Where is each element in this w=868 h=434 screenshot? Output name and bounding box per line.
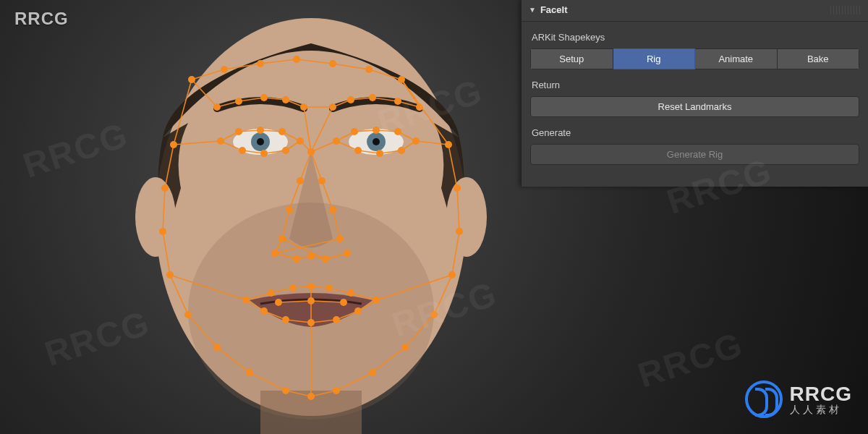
landmark-dot[interactable] [318, 177, 326, 184]
landmark-dot[interactable] [268, 289, 275, 297]
landmark-dot[interactable] [161, 184, 169, 192]
landmark-dot[interactable] [297, 137, 304, 145]
landmark-dot[interactable] [401, 344, 409, 351]
tab-bake[interactable]: Bake [778, 48, 860, 69]
landmark-dot[interactable] [166, 271, 174, 278]
landmark-dot[interactable] [300, 103, 307, 111]
landmark-dot[interactable] [275, 299, 282, 306]
landmark-dot[interactable] [326, 284, 333, 292]
landmark-dot[interactable] [373, 127, 380, 134]
landmark-dot[interactable] [333, 137, 340, 145]
landmark-dot[interactable] [329, 103, 336, 111]
landmark-dot[interactable] [416, 103, 423, 111]
landmark-dot[interactable] [246, 369, 253, 376]
landmark-edge [260, 59, 297, 64]
landmark-dot[interactable] [454, 184, 461, 192]
landmark-dot[interactable] [344, 250, 351, 257]
panel-header[interactable]: ▼ FaceIt [522, 0, 868, 22]
brand-label: RRCG [14, 9, 69, 29]
landmark-dot[interactable] [282, 316, 289, 323]
landmark-dot[interactable] [170, 141, 177, 148]
landmark-dot[interactable] [448, 271, 456, 278]
landmark-dot[interactable] [184, 311, 192, 318]
landmark-dot[interactable] [322, 255, 329, 263]
landmark-dot[interactable] [398, 147, 405, 154]
landmark-dot[interactable] [394, 128, 401, 135]
landmark-dot[interactable] [333, 316, 340, 323]
landmark-dot[interactable] [369, 94, 376, 101]
panel-grip-icon[interactable] [830, 6, 861, 14]
landmark-edge [286, 391, 311, 396]
landmark-dot[interactable] [445, 141, 452, 148]
landmark-dot[interactable] [282, 387, 289, 394]
landmark-dot[interactable] [271, 250, 278, 257]
landmark-dot[interactable] [412, 137, 420, 145]
landmark-dot[interactable] [282, 147, 289, 154]
landmark-dot[interactable] [278, 128, 286, 135]
landmark-edge [336, 373, 373, 391]
landmark-dot[interactable] [394, 98, 401, 105]
landmark-dot[interactable] [260, 94, 268, 101]
landmark-edge [300, 152, 311, 181]
landmark-dot[interactable] [347, 289, 354, 297]
landmark-dot[interactable] [456, 228, 463, 235]
landmark-dot[interactable] [333, 387, 340, 394]
landmark-dot[interactable] [354, 307, 362, 315]
landmark-dot[interactable] [340, 299, 347, 306]
landmark-dot[interactable] [329, 60, 336, 67]
landmark-dot[interactable] [369, 369, 376, 376]
landmark-dot[interactable] [293, 56, 300, 63]
landmark-edge [192, 69, 224, 80]
landmark-dot[interactable] [307, 283, 315, 290]
landmark-dot[interactable] [235, 98, 242, 105]
landmark-dot[interactable] [329, 206, 336, 213]
landmark-edge [351, 293, 376, 300]
landmark-dot[interactable] [365, 66, 373, 73]
reset-landmarks-button[interactable]: Reset Landmarks [530, 96, 859, 117]
landmark-dot[interactable] [213, 344, 221, 351]
landmark-dot[interactable] [307, 393, 315, 400]
landmark-dot[interactable] [235, 128, 242, 135]
landmark-dot[interactable] [289, 284, 297, 292]
landmark-dot[interactable] [217, 137, 224, 145]
landmark-dot[interactable] [354, 147, 362, 154]
landmark-dot[interactable] [257, 60, 264, 67]
landmark-dot[interactable] [159, 228, 166, 235]
collapse-triangle-icon[interactable]: ▼ [529, 6, 536, 14]
landmark-edge [289, 181, 300, 210]
landmark-dot[interactable] [307, 297, 315, 305]
landmark-dot[interactable] [347, 96, 354, 103]
landmark-dot[interactable] [297, 177, 304, 184]
landmark-dot[interactable] [221, 66, 228, 73]
landmark-dot[interactable] [213, 103, 221, 111]
landmark-dot[interactable] [282, 96, 289, 103]
landmark-dot[interactable] [307, 148, 315, 156]
landmark-dot[interactable] [188, 76, 195, 83]
landmark-dot[interactable] [373, 297, 380, 304]
landmark-dot[interactable] [398, 76, 405, 83]
landmark-dot[interactable] [307, 252, 315, 260]
landmark-edge [217, 347, 250, 373]
landmark-dot[interactable] [242, 297, 250, 304]
landmark-dot[interactable] [278, 235, 286, 242]
landmark-dot[interactable] [376, 150, 383, 157]
tab-setup[interactable]: Setup [530, 48, 613, 69]
landmark-dot[interactable] [293, 255, 300, 263]
landmark-dot[interactable] [239, 147, 246, 154]
landmark-dot[interactable] [260, 150, 268, 157]
faceit-panel: ▼ FaceIt ARKit Shapekeys SetupRigAnimate… [521, 0, 868, 187]
landmark-dot[interactable] [260, 307, 268, 315]
landmark-dot[interactable] [336, 235, 344, 242]
landmark-edge [333, 64, 369, 69]
landmark-dot[interactable] [351, 128, 358, 135]
landmark-dot[interactable] [307, 319, 315, 326]
subtitle-label: ARKit Shapekeys [532, 32, 859, 43]
landmark-edge [250, 373, 286, 391]
tab-animate[interactable]: Animate [695, 48, 778, 69]
landmark-dot[interactable] [430, 311, 438, 318]
landmark-edge [457, 188, 459, 231]
tab-rig[interactable]: Rig [613, 48, 696, 69]
landmark-edge [224, 64, 260, 69]
landmark-dot[interactable] [257, 127, 264, 134]
landmark-dot[interactable] [286, 206, 293, 213]
